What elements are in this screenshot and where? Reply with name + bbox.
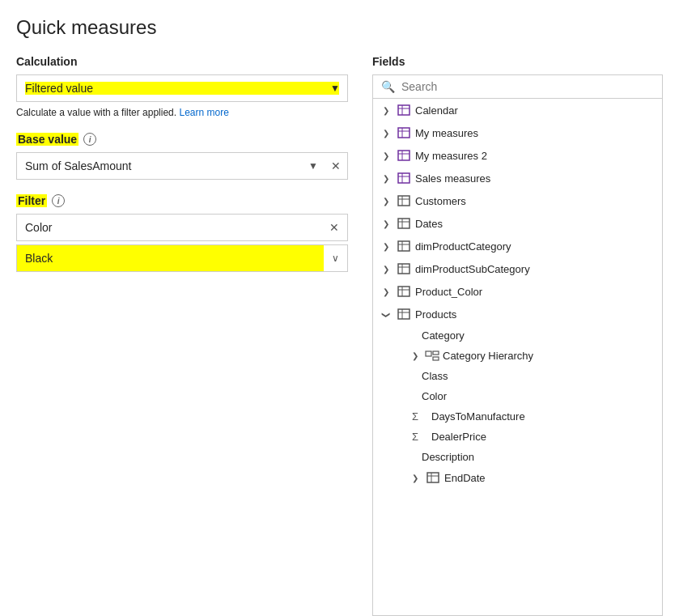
tree-item-calendar[interactable]: ❯ Calendar — [373, 99, 662, 121]
tree-item-label-products: Products — [415, 308, 456, 321]
table-icon-end-date — [425, 471, 441, 484]
svg-rect-30 — [426, 351, 431, 356]
search-icon: 🔍 — [381, 80, 395, 93]
tree-child-item-dealer-price[interactable]: Σ DealerPrice — [373, 427, 662, 447]
tree-item-label-customers: Customers — [415, 195, 466, 207]
tree-child-item-category[interactable]: Category — [373, 325, 662, 346]
tree-child-item-description[interactable]: Description — [373, 447, 662, 467]
sigma-icon-dealer-price: Σ — [412, 431, 428, 443]
sigma-icon-days-to-manufacture: Σ — [412, 410, 428, 423]
filter-value-text: Black — [17, 245, 324, 271]
base-value-label: Base value — [16, 133, 79, 146]
tree-item-sales-measures[interactable]: ❯ Sales measures — [373, 167, 662, 189]
tree-item-label-sales-measures: Sales measures — [415, 172, 490, 185]
page-title: Quick measures — [16, 16, 663, 39]
tree-item-label-dim-product-category: dimProductCategory — [415, 240, 511, 253]
chevron-calendar-icon: ❯ — [380, 106, 393, 115]
chevron-my-measures-icon: ❯ — [380, 129, 393, 138]
tree-item-label-my-measures-2: My measures 2 — [415, 150, 487, 162]
learn-more-link[interactable]: Learn more — [179, 107, 228, 118]
tree-child-item-class[interactable]: Class — [373, 366, 662, 386]
svg-rect-15 — [398, 219, 410, 228]
right-panel: Fields 🔍 ❯ Calendar — [372, 55, 663, 616]
tree-child-item-color[interactable]: Color — [373, 386, 662, 406]
tree-item-product-color[interactable]: ❯ Product_Color — [373, 280, 662, 303]
base-value-input[interactable] — [17, 153, 302, 179]
tree-item-products[interactable]: ❯ Products — [373, 303, 662, 325]
calculation-value: Filtered value — [25, 82, 339, 95]
calc-icon-calendar — [396, 104, 412, 117]
table-icon-dates — [396, 217, 412, 230]
tree-item-label-product-color: Product_Color — [415, 286, 482, 298]
tree-item-dim-product-category[interactable]: ❯ dimProductCategory — [373, 235, 662, 257]
table-icon-products — [396, 308, 412, 321]
tree-item-label-dates: Dates — [415, 218, 443, 230]
tree-item-label-my-measures: My measures — [415, 127, 478, 139]
tree-item-label-dim-product-subcategory: dimProductSubCategory — [415, 263, 530, 275]
hierarchy-icon — [425, 350, 439, 362]
search-box: 🔍 — [372, 74, 663, 99]
chevron-dim-product-subcategory-icon: ❯ — [380, 265, 393, 274]
calc-icon-my-measures — [396, 126, 412, 139]
svg-rect-24 — [398, 287, 410, 296]
learn-more-text: Calculate a value with a filter applied.… — [16, 107, 348, 118]
table-icon-product-color — [396, 285, 412, 298]
calc-icon-sales-measures — [396, 172, 412, 185]
tree-child-label-category-hierarchy: Category Hierarchy — [443, 350, 533, 362]
chevron-dim-product-category-icon: ❯ — [380, 242, 393, 251]
tree-item-my-measures-2[interactable]: ❯ My measures 2 — [373, 144, 662, 167]
chevron-product-color-icon: ❯ — [380, 287, 393, 296]
chevron-products-icon: ❯ — [382, 308, 391, 321]
chevron-category-hierarchy-icon: ❯ — [412, 351, 422, 360]
chevron-sales-measures-icon: ❯ — [380, 174, 393, 183]
table-icon-dim-product-subcategory — [396, 262, 412, 275]
svg-rect-21 — [398, 264, 410, 274]
base-value-header: Base value i — [16, 133, 348, 146]
filter-value-wrapper: Black ∨ — [16, 244, 348, 272]
filter-input-wrapper: ✕ — [16, 214, 348, 241]
filter-header: Filter i — [16, 194, 348, 207]
chevron-my-measures-2-icon: ❯ — [380, 151, 393, 160]
chevron-customers-icon: ❯ — [380, 197, 393, 206]
tree-item-my-measures[interactable]: ❯ My measures — [373, 121, 662, 144]
svg-rect-9 — [398, 173, 410, 183]
svg-rect-6 — [398, 151, 410, 160]
svg-rect-0 — [398, 105, 410, 115]
tree-child-label-description: Description — [422, 451, 474, 463]
tree-item-label-calendar: Calendar — [415, 104, 458, 117]
filter-field-input[interactable] — [17, 215, 321, 240]
tree-item-dates[interactable]: ❯ Dates — [373, 212, 662, 235]
tree-child-label-dealer-price: DealerPrice — [431, 431, 486, 443]
filter-value-dropdown-arrow[interactable]: ∨ — [324, 253, 347, 264]
chevron-end-date-icon: ❯ — [412, 474, 422, 482]
base-value-clear-button[interactable]: ✕ — [325, 159, 347, 172]
tree-item-customers[interactable]: ❯ Customers — [373, 189, 662, 212]
tree-child-item-end-date[interactable]: ❯ EndDate — [373, 467, 662, 488]
chevron-dates-icon: ❯ — [380, 219, 393, 228]
filter-info-icon[interactable]: i — [52, 194, 65, 207]
filter-label: Filter — [16, 194, 47, 207]
tree-child-item-days-to-manufacture[interactable]: Σ DaysToManufacture — [373, 406, 662, 427]
calculation-label: Calculation — [16, 55, 348, 68]
tree-item-dim-product-subcategory[interactable]: ❯ dimProductSubCategory — [373, 257, 662, 280]
tree-child-label-class: Class — [422, 370, 448, 382]
left-panel: Calculation Filtered value ▼ Calculate a… — [16, 55, 348, 616]
svg-rect-33 — [427, 473, 439, 482]
table-icon-customers — [396, 194, 412, 207]
svg-rect-12 — [398, 196, 410, 206]
tree-child-label-days-to-manufacture: DaysToManufacture — [431, 410, 525, 423]
base-value-input-wrapper: ▼ ✕ — [16, 152, 348, 180]
search-input[interactable] — [401, 80, 654, 93]
quick-measures-panel: Quick measures Calculation Filtered valu… — [0, 0, 679, 616]
calculation-dropdown-wrapper: Filtered value ▼ — [16, 74, 348, 102]
tree-child-label-end-date: EndDate — [444, 472, 486, 484]
tree-child-item-category-hierarchy[interactable]: ❯ Category Hierarchy — [373, 346, 662, 366]
filter-field-clear-button[interactable]: ✕ — [321, 221, 347, 234]
calc-icon-my-measures-2 — [396, 149, 412, 162]
svg-rect-32 — [433, 357, 439, 360]
fields-tree: ❯ Calendar ❯ — [372, 99, 663, 616]
base-value-dropdown-arrow[interactable]: ▼ — [302, 160, 325, 172]
tree-child-label-color: Color — [422, 390, 447, 402]
base-value-info-icon[interactable]: i — [83, 133, 96, 146]
svg-rect-31 — [433, 351, 439, 355]
